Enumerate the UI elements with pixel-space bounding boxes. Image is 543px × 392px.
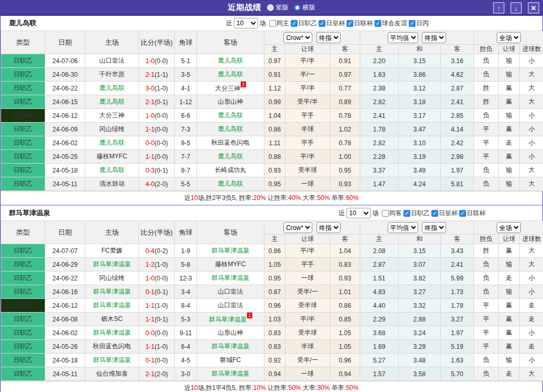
radio-vertical-layout[interactable]: 竖版 [267, 3, 289, 12]
checkbox-icon[interactable] [291, 20, 298, 27]
close-button[interactable]: ✕ [528, 2, 539, 14]
home-team-link[interactable]: FC爱媛 [102, 247, 123, 254]
away-team-link[interactable]: 群马草津温泉 [212, 274, 250, 282]
away-team-link[interactable]: 秋田蓝色闪电 [212, 139, 250, 146]
league-filter-checkbox[interactable]: 日皇杯 [319, 19, 345, 28]
match-type: 日职乙 [1, 123, 45, 136]
match-row: 日职乙 24-07-06 山口雷法 1-0(0-0) 5-1 鹿儿岛联 0.97… [1, 54, 543, 68]
recent-count-select[interactable]: 10 [234, 18, 258, 28]
match-type: 日职乙 [1, 367, 45, 381]
summary-part: 单率: [330, 194, 346, 202]
league-filter-checkbox[interactable]: 球会友谊 [374, 19, 407, 28]
home-team-link[interactable]: 仙台维加泰 [96, 370, 128, 377]
bookmaker-select[interactable]: Crow* [283, 222, 312, 233]
fulltime-select[interactable]: 全场 [497, 32, 521, 43]
col-home: 主场 [85, 31, 139, 54]
corners-cell: 6-6 [175, 109, 197, 123]
handicap-odds-home: 1.11 [264, 136, 285, 150]
league-filter-checkbox[interactable]: 日联杯 [347, 19, 373, 28]
away-team-link[interactable]: 鹿儿岛联 [218, 71, 243, 78]
final-odds-select[interactable]: 终指 [317, 222, 341, 233]
checkbox-icon[interactable] [374, 20, 381, 27]
checkbox-icon[interactable] [459, 210, 466, 217]
checkbox-icon[interactable] [409, 20, 416, 27]
away-team-link[interactable]: 藤枝MYFC [215, 260, 246, 268]
checkbox-icon[interactable] [269, 20, 276, 27]
radio-selected-icon[interactable] [294, 4, 301, 11]
home-team-link[interactable]: 群马草津温泉 [93, 301, 131, 309]
handicap-odds-home: 1.05 [264, 258, 285, 272]
home-team-link[interactable]: 大分三神 [100, 112, 125, 119]
home-team-link[interactable]: 冈山绿雉 [100, 274, 125, 282]
final-odds-select[interactable]: 终指 [317, 32, 341, 43]
match-row: 日职乙 24-06-02 群马草津温泉 0-0(0-0) 9-11 山形山神 0… [1, 326, 543, 340]
checkbox-icon[interactable] [431, 210, 438, 217]
home-team-link[interactable]: 鹿儿岛联 [100, 139, 125, 146]
col-result-handicap: 让球 [499, 235, 520, 244]
league-filter-checkbox[interactable]: 日职乙 [291, 19, 317, 28]
home-team-link[interactable]: 枥木SC [101, 315, 123, 323]
section-header: 群马草津温泉 近 10 场 同客 [1, 206, 542, 220]
home-team-link[interactable]: 清水鼓动 [100, 180, 125, 187]
home-team-cell: 枥木SC [85, 313, 139, 326]
recent-count-select[interactable]: 10 [347, 208, 371, 218]
filter-bar: 近 10 场 同主 日职乙 [226, 16, 429, 31]
home-team-link[interactable]: 千叶市原 [100, 71, 125, 78]
league-filter-list: 同主 日职乙 日皇杯 [268, 19, 429, 28]
col-odds-home: 主 [264, 235, 285, 244]
home-team-link[interactable]: 鹿儿岛联 [100, 84, 125, 92]
checkbox-icon[interactable] [403, 210, 410, 217]
handicap-odds-away: 0.77 [330, 82, 360, 95]
move-up-button[interactable]: ↑ [493, 2, 505, 14]
radio-horizontal-layout[interactable]: 横版 [294, 3, 315, 12]
handicap-line: 受半球 [285, 326, 330, 340]
bookmaker-select[interactable]: Crow* [283, 32, 312, 43]
home-team-link[interactable]: 山口雷法 [100, 57, 125, 64]
final-odds-select[interactable]: 终指 [422, 32, 446, 43]
away-team-link[interactable]: 鹿儿岛联 [218, 153, 243, 160]
away-team-link[interactable]: 鹿儿岛联 [218, 125, 243, 133]
away-team-cell: 长崎成功丸 [197, 164, 264, 177]
away-team-link[interactable]: 群马草津温泉 [212, 370, 250, 377]
home-team-link[interactable]: 群马草津温泉 [93, 260, 131, 268]
away-team-link[interactable]: 长崎成功丸 [215, 166, 246, 174]
checkbox-icon[interactable] [347, 20, 353, 27]
fulltime-select[interactable]: 全场 [497, 222, 521, 233]
average-select[interactable]: 平均值 [388, 32, 418, 43]
away-team-link[interactable]: 鹿儿岛联 [218, 112, 243, 119]
home-team-link[interactable]: 冈山绿雉 [100, 125, 125, 133]
average-select[interactable]: 平均值 [388, 222, 418, 233]
league-filter-checkbox[interactable]: 同客 [382, 209, 402, 218]
checkbox-icon[interactable] [382, 210, 389, 217]
home-team-link[interactable]: 群马草津温泉 [93, 288, 131, 295]
away-team-link[interactable]: 群马草津温泉 [209, 316, 246, 323]
home-team-link[interactable]: 秋田蓝色闪电 [93, 343, 131, 350]
home-team-link[interactable]: 鹿儿岛联 [100, 98, 125, 105]
home-team-link[interactable]: 藤枝MYFC [97, 153, 127, 160]
away-team-cell: 藤枝MYFC [197, 258, 264, 272]
league-filter-checkbox[interactable]: 同主 [269, 19, 289, 28]
league-filter-checkbox[interactable]: 日职乙 [403, 209, 430, 218]
handicap-line: 一球 [285, 177, 330, 191]
away-team-link[interactable]: 山口雷法 [218, 301, 243, 309]
away-team-link[interactable]: 山口雷法 [218, 288, 243, 295]
away-team-link[interactable]: 磐城FC [220, 356, 241, 364]
away-team-link[interactable]: 鹿儿岛联 [218, 57, 243, 64]
league-filter-checkbox[interactable]: 日丙 [409, 19, 429, 28]
radio-unselected-icon[interactable] [267, 4, 274, 11]
away-team-link[interactable]: 大分三神 [215, 85, 240, 92]
home-team-link[interactable]: 群马草津温泉 [93, 356, 131, 364]
checkbox-icon[interactable] [319, 20, 325, 27]
final-odds-select[interactable]: 终指 [422, 222, 446, 233]
away-team-link[interactable]: 群马草津温泉 [212, 247, 250, 254]
home-team-link[interactable]: 鹿儿岛联 [100, 166, 125, 174]
league-filter-checkbox[interactable]: 日皇杯 [431, 209, 458, 218]
home-team-link[interactable]: 群马草津温泉 [93, 329, 131, 336]
away-team-link[interactable]: 鹿儿岛联 [218, 180, 243, 187]
away-team-link[interactable]: 山形山神 [218, 329, 243, 336]
away-team-link[interactable]: 群马草津温泉 [212, 343, 250, 350]
away-team-link[interactable]: 山形山神 [218, 98, 243, 105]
match-row: 日职乙 24-06-30 千叶市原 2-1(1-1) 3-5 鹿儿岛联 0.91… [1, 68, 543, 82]
move-down-button[interactable]: ↓ [510, 2, 522, 14]
league-filter-checkbox[interactable]: 日联杯 [459, 209, 486, 218]
